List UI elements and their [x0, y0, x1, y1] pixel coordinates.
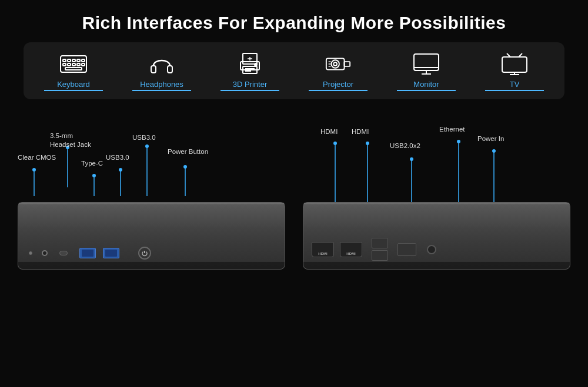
- svg-rect-9: [77, 63, 80, 66]
- title-section: Rich Interfaces For Expanding More Possi…: [0, 0, 588, 42]
- svg-rect-3: [72, 59, 75, 62]
- svg-rect-12: [151, 66, 156, 73]
- icon-item-tv: TV: [485, 53, 544, 91]
- back-panel: HDMI HDMI USB2.0x2 Ethernet Power In: [303, 111, 570, 270]
- svg-rect-4: [77, 59, 80, 62]
- headphones-label: Headphones: [132, 80, 191, 91]
- printer-label: 3D Printer: [220, 80, 279, 91]
- keyboard-label: Keyboard: [44, 80, 103, 91]
- usb20x2-label: USB2.0x2: [390, 142, 420, 150]
- svg-rect-10: [82, 63, 85, 66]
- back-labels-area: HDMI HDMI USB2.0x2 Ethernet Power In: [303, 111, 570, 270]
- icon-item-headphones: Headphones: [132, 53, 191, 91]
- hdmi1-label: HDMI: [320, 127, 338, 136]
- tv-icon: [500, 53, 529, 75]
- svg-point-23: [331, 60, 339, 68]
- svg-rect-6: [63, 63, 66, 66]
- svg-rect-2: [68, 59, 71, 62]
- svg-point-24: [333, 62, 337, 66]
- headset-jack-label: 3.5-mm Headset Jack: [50, 132, 91, 149]
- front-panel: 3.5-mm Headset Jack Clear CMOS Type-C US…: [18, 111, 285, 270]
- back-device-image: HDMI HDMI: [303, 202, 570, 270]
- usb30-2-label: USB3.0: [132, 133, 156, 142]
- svg-rect-1: [63, 59, 66, 62]
- svg-point-21: [255, 63, 257, 66]
- svg-rect-33: [502, 57, 527, 72]
- svg-rect-11: [65, 68, 82, 70]
- icon-item-monitor: Monitor: [397, 53, 456, 91]
- projector-icon: [324, 53, 352, 75]
- headphones-icon: [148, 53, 176, 75]
- ethernet-label: Ethernet: [439, 125, 465, 134]
- icons-bar: Keyboard Headphones 3D Pr: [24, 42, 564, 99]
- icon-item-keyboard: Keyboard: [44, 53, 103, 91]
- type-c-label: Type-C: [81, 159, 103, 168]
- power-in-label: Power In: [477, 134, 504, 143]
- svg-rect-5: [82, 59, 85, 62]
- tv-label: TV: [485, 80, 544, 91]
- monitor-icon: [412, 53, 440, 75]
- icon-item-printer: 3D Printer: [220, 53, 279, 91]
- page-title: Rich Interfaces For Expanding More Possi…: [12, 13, 576, 33]
- printer-icon: [236, 53, 264, 75]
- icon-item-projector: Projector: [309, 53, 368, 91]
- svg-rect-13: [168, 66, 172, 73]
- front-labels-area: 3.5-mm Headset Jack Clear CMOS Type-C US…: [18, 111, 285, 270]
- keyboard-icon: [59, 53, 88, 75]
- power-button-label: Power Button: [168, 147, 208, 156]
- hdmi2-label: HDMI: [352, 127, 369, 136]
- bottom-section: 3.5-mm Headset Jack Clear CMOS Type-C US…: [0, 111, 588, 270]
- svg-rect-8: [72, 63, 75, 66]
- svg-rect-7: [68, 63, 71, 66]
- svg-rect-25: [345, 62, 350, 66]
- monitor-label: Monitor: [397, 80, 456, 91]
- front-device-image: [18, 202, 285, 270]
- usb30-1-label: USB3.0: [106, 153, 129, 162]
- projector-label: Projector: [309, 80, 368, 91]
- clear-cmos-label: Clear CMOS: [18, 153, 56, 162]
